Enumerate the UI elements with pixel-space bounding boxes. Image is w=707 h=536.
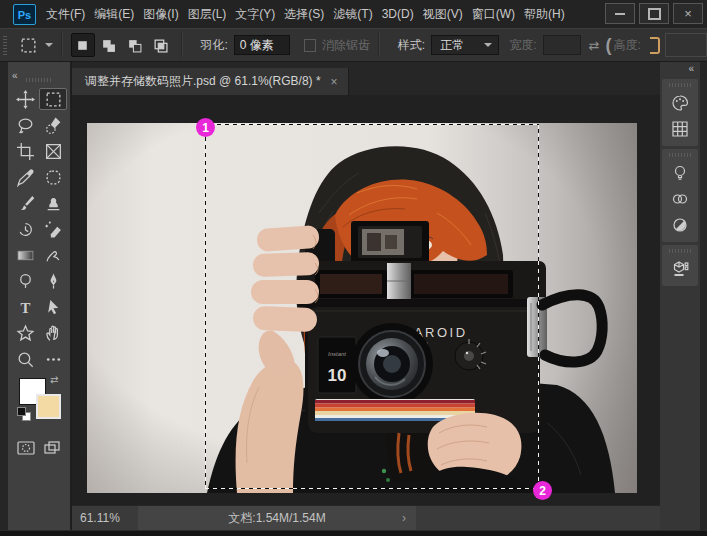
libraries-panel-button[interactable] (662, 186, 698, 212)
crop-tool[interactable] (11, 140, 39, 162)
swatches-panel-button[interactable] (662, 116, 698, 142)
hand-tool[interactable] (39, 322, 67, 344)
canvas-area[interactable]: POLAROID Instant 10 (72, 95, 660, 505)
lasso-tool[interactable] (11, 114, 39, 136)
subtract-selection-icon (127, 38, 142, 53)
feather-label: 羽化: (201, 37, 228, 54)
tool-panel-grip[interactable] (26, 78, 52, 82)
menu-type[interactable]: 文字(Y) (235, 6, 275, 23)
quick-selection-tool[interactable] (39, 114, 67, 136)
swap-dimensions-icon[interactable]: ⇄ (589, 38, 600, 53)
lasso-icon (16, 116, 35, 135)
ellipsis-icon (44, 350, 63, 369)
panel-dock: « (660, 62, 700, 530)
width-input[interactable] (543, 35, 581, 55)
frame-tool[interactable] (39, 140, 67, 162)
eyedropper-tool[interactable] (11, 166, 39, 188)
options-grip[interactable] (3, 35, 7, 55)
more-tools[interactable] (39, 348, 67, 370)
menu-image[interactable]: 图像(I) (143, 6, 178, 23)
status-chevron-icon[interactable]: › (402, 511, 406, 525)
photo-image[interactable]: POLAROID Instant 10 (87, 123, 637, 493)
gradient-tool[interactable] (11, 244, 39, 266)
document-tab-title: 调整并存储数码照片.psd @ 61.1%(RGB/8) * (85, 73, 321, 90)
menu-layer[interactable]: 图层(L) (188, 6, 227, 23)
custom-shape-tool[interactable] (11, 322, 39, 344)
menu-select[interactable]: 选择(S) (284, 6, 324, 23)
history-brush-icon (16, 220, 35, 239)
style-label: 样式: (398, 37, 425, 54)
dock-group-color (662, 79, 698, 146)
close-icon: × (684, 6, 692, 21)
dodge-tool[interactable] (11, 270, 39, 292)
menu-3d[interactable]: 3D(D) (382, 7, 414, 21)
close-button[interactable]: × (673, 3, 703, 24)
menu-window[interactable]: 窗口(W) (472, 6, 515, 23)
healing-brush-tool[interactable] (39, 166, 67, 188)
collapse-tools-icon[interactable]: « (12, 70, 18, 81)
tool-preset-picker[interactable] (19, 36, 53, 55)
hand-icon (44, 324, 63, 343)
new-selection-button[interactable] (71, 33, 95, 57)
swap-colors-icon[interactable]: ⇄ (50, 374, 58, 385)
document-info-segment[interactable]: 文档:1.54M/1.54M › (138, 506, 416, 530)
brush-tool[interactable] (11, 192, 39, 214)
3d-panel-button[interactable] (662, 256, 698, 282)
camera-model-small-text: Instant (328, 351, 346, 357)
history-brush-tool[interactable] (11, 218, 39, 240)
lightbulb-icon (670, 163, 690, 183)
menu-help[interactable]: 帮助(H) (524, 6, 565, 23)
selection-marker-2: 2 (533, 481, 552, 500)
path-selection-tool[interactable] (39, 296, 67, 318)
separator (181, 33, 183, 57)
background-swatch[interactable] (36, 394, 61, 419)
brush-icon (16, 194, 35, 213)
menu-edit[interactable]: 编辑(E) (94, 6, 134, 23)
menu-filter[interactable]: 滤镜(T) (333, 6, 372, 23)
tab-close-icon[interactable]: × (331, 76, 338, 88)
style-dropdown[interactable]: 正常 (431, 35, 499, 55)
rectangular-marquee-tool[interactable] (39, 88, 67, 110)
menu-view[interactable]: 视图(V) (423, 6, 463, 23)
selection-mode-group (71, 33, 173, 57)
color-panel-button[interactable] (662, 90, 698, 116)
clone-stamp-tool[interactable] (39, 192, 67, 214)
title-bar: Ps 文件(F) 编辑(E) 图像(I) 图层(L) 文字(Y) 选择(S) 滤… (0, 0, 707, 28)
minimize-button[interactable] (605, 3, 635, 24)
move-icon (16, 90, 35, 109)
curve-bracket-icon: ( (605, 35, 611, 56)
maximize-button[interactable] (639, 3, 669, 24)
dock-grip[interactable] (669, 83, 691, 87)
width-label: 宽度: (509, 37, 536, 54)
menu-file[interactable]: 文件(F) (46, 6, 85, 23)
learn-panel-button[interactable] (662, 160, 698, 186)
height-input-bracket (650, 37, 660, 54)
creative-cloud-icon (670, 189, 690, 209)
eraser-icon (44, 220, 63, 239)
collapse-dock-icon[interactable]: « (688, 64, 694, 74)
screen-mode-icon[interactable] (42, 438, 62, 458)
color-swatches: ⇄ (8, 378, 70, 428)
status-bar: 61.11% 文档:1.54M/1.54M › (72, 505, 660, 530)
photoshop-window: Ps 文件(F) 编辑(E) 图像(I) 图层(L) 文字(Y) 选择(S) 滤… (0, 0, 707, 536)
type-icon: T (16, 298, 35, 317)
eraser-tool[interactable] (39, 218, 67, 240)
dock-grip[interactable] (669, 153, 691, 157)
add-to-selection-button[interactable] (97, 33, 121, 57)
subtract-from-selection-button[interactable] (123, 33, 147, 57)
adjustments-panel-button[interactable] (662, 212, 698, 238)
feather-input[interactable] (234, 35, 290, 55)
pen-tool[interactable] (39, 270, 67, 292)
cube-3d-icon (670, 259, 690, 279)
default-colors-icon[interactable] (17, 407, 30, 420)
dock-grip[interactable] (669, 249, 691, 253)
quick-mask-icon[interactable] (16, 438, 36, 458)
zoom-tool[interactable] (11, 348, 39, 370)
zoom-level-field[interactable]: 61.11% (72, 511, 130, 525)
antialias-checkbox[interactable] (304, 39, 316, 52)
intersect-selection-button[interactable] (149, 33, 173, 57)
type-tool[interactable]: T (11, 296, 39, 318)
document-tab[interactable]: 调整并存储数码照片.psd @ 61.1%(RGB/8) * × (72, 68, 349, 95)
smudge-tool[interactable] (39, 244, 67, 266)
move-tool[interactable] (11, 88, 39, 110)
